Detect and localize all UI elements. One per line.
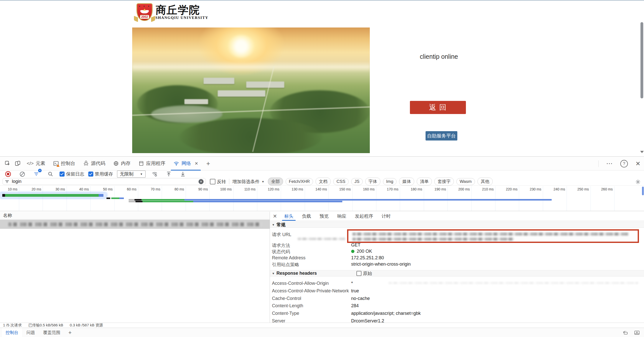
tab-timing[interactable]: 计时 (377, 212, 395, 221)
device-toolbar-icon[interactable] (13, 159, 22, 168)
clear-filter-icon[interactable]: ✕ (199, 179, 204, 184)
application-icon (138, 161, 144, 166)
tab-headers[interactable]: 标头 (280, 212, 298, 221)
raw-checkbox[interactable] (356, 271, 361, 276)
devtools-drawer: 控制台 问题 覆盖范围 + (0, 328, 644, 337)
waterfall-segment-queue[interactable] (129, 201, 135, 202)
close-detail-icon[interactable]: ✕ (270, 213, 280, 219)
invert-filter-control[interactable]: 反转 (210, 179, 226, 185)
requests-name-header[interactable]: 名称 (0, 212, 270, 219)
disable-cache-control[interactable]: 禁用缓存 (88, 171, 113, 177)
drawer-tab-coverage[interactable]: 覆盖范围 (40, 328, 64, 337)
filter-chip[interactable]: Img (383, 178, 397, 185)
clear-network-log-icon[interactable] (18, 170, 26, 178)
overview-scrollbar-thumb[interactable] (642, 187, 644, 195)
tab-preview[interactable]: 预览 (315, 212, 333, 221)
tab-response[interactable]: 响应 (333, 212, 351, 221)
selected-request-row[interactable] (0, 220, 270, 229)
preserve-log-checkbox[interactable] (60, 172, 65, 177)
timeline-tick-label: 20 ms (23, 187, 41, 191)
add-tab-button[interactable]: + (202, 157, 214, 171)
timeline-gridline (162, 186, 162, 211)
transferred-size: 已传输0.5 kB/586 kB (28, 323, 63, 328)
filter-chip[interactable]: 全部 (268, 178, 283, 185)
referrer-policy-value: strict-origin-when-cross-origin (351, 262, 411, 267)
filter-chip[interactable]: Wasm (456, 178, 475, 185)
waterfall-segment-wait[interactable] (193, 201, 342, 202)
filter-chip[interactable]: CSS (333, 178, 349, 185)
filter-chip[interactable]: 字体 (365, 178, 380, 185)
filter-chip[interactable]: 文档 (316, 178, 331, 185)
more-filters-dropdown[interactable]: 增加筛选条件 ▼ (232, 179, 264, 185)
filter-chip[interactable]: JS (351, 178, 363, 185)
timeline-gridline (19, 186, 19, 211)
waterfall-segment-queue[interactable] (129, 199, 134, 201)
filter-chip[interactable]: 其他 (478, 178, 493, 185)
waterfall-segment-stalled[interactable] (135, 201, 143, 202)
filter-input[interactable]: login ✕ (3, 178, 206, 185)
waterfall-segment-stalled[interactable] (2, 194, 5, 197)
waterfall-segment-download[interactable] (143, 201, 194, 202)
waterfall-segment-wait[interactable] (184, 199, 552, 201)
tab-payload[interactable]: 负载 (298, 212, 315, 221)
remote-address-value: 172.25.251.2:80 (351, 255, 384, 261)
invert-checkbox[interactable] (210, 179, 215, 184)
drawer-add-tab-button[interactable]: + (65, 328, 75, 337)
filter-toggle-icon[interactable]: ✕ (32, 170, 41, 178)
waterfall-segment-wait[interactable] (99, 194, 103, 197)
waterfall-segment-wait[interactable] (119, 198, 124, 199)
back-button[interactable]: 返 回 (410, 101, 466, 114)
close-network-tab-icon[interactable]: ✕ (194, 161, 198, 166)
timeline-gridline (591, 186, 591, 211)
export-har-icon[interactable] (179, 170, 187, 178)
network-conditions-icon[interactable] (150, 170, 159, 178)
filter-chip[interactable]: 媒体 (399, 178, 414, 185)
tab-application[interactable]: 应用程序 (134, 157, 169, 171)
timeline-gridline (495, 186, 495, 211)
waterfall-segment-stalled[interactable] (134, 199, 142, 201)
inspect-element-icon[interactable] (3, 159, 12, 168)
expand-drawer-icon[interactable] (634, 330, 640, 336)
tab-network[interactable]: 网络 ✕ (169, 157, 202, 171)
self-service-button[interactable]: 自助服务平台 (426, 131, 457, 141)
drawer-tab-issues[interactable]: 问题 (23, 328, 39, 337)
tab-initiator[interactable]: 发起程序 (351, 212, 377, 221)
filter-chip[interactable]: 套接字 (434, 178, 454, 185)
tab-memory[interactable]: 内存 (109, 157, 134, 171)
tab-console[interactable]: 控制台 (49, 157, 79, 171)
tab-elements[interactable]: </> 元素 (23, 157, 49, 171)
filter-active-badge: ✕ (38, 169, 42, 172)
import-har-icon[interactable] (164, 170, 173, 178)
photo-building (218, 90, 265, 97)
disable-cache-checkbox[interactable] (88, 172, 93, 177)
general-section-header[interactable]: ▼ 常规 (270, 221, 644, 228)
record-network-log-icon[interactable] (4, 170, 12, 178)
more-options-icon[interactable]: ⋯ (606, 160, 613, 167)
header-name: Access-Control-Allow-Origin (272, 281, 329, 286)
search-icon[interactable] (46, 170, 55, 178)
page-scrollbar-down-arrow[interactable] (640, 151, 644, 153)
close-devtools-icon[interactable]: ✕ (635, 160, 640, 167)
timeline-tick-label: 70 ms (143, 187, 160, 191)
waterfall-segment-stalled[interactable] (106, 198, 110, 199)
preserve-log-control[interactable]: 保留日志 (60, 171, 84, 177)
timeline-tick-label: 90 ms (190, 187, 208, 191)
response-headers-section-header[interactable]: ▼ Response headers 原始 (270, 270, 644, 276)
raw-headers-control[interactable]: 原始 (356, 270, 372, 276)
timeline-gridline (352, 186, 353, 211)
waterfall-segment-download[interactable] (142, 199, 185, 201)
panel-splitter[interactable] (270, 212, 270, 323)
filter-chip[interactable]: 清单 (417, 178, 432, 185)
page-scrollbar-thumb[interactable] (640, 22, 643, 98)
drawer-tab-console[interactable]: 控制台 (2, 328, 22, 337)
throttling-dropdown[interactable]: 无限制 ▼ (117, 171, 146, 178)
filter-chip[interactable]: Fetch/XHR (286, 178, 313, 185)
help-icon[interactable]: ? (620, 160, 628, 167)
console-warning-badge (57, 164, 60, 167)
rotate-device-icon[interactable] (622, 330, 628, 336)
tab-sources[interactable]: 源代码 (79, 157, 109, 171)
timeline-overview[interactable]: 10 ms20 ms30 ms40 ms50 ms60 ms70 ms80 ms… (0, 186, 644, 211)
network-settings-gear-icon[interactable] (635, 179, 641, 185)
waterfall-segment-download[interactable] (5, 194, 99, 197)
resource-type-chips: 全部Fetch/XHR文档CSSJS字体Img媒体清单套接字Wasm其他 (268, 178, 493, 185)
